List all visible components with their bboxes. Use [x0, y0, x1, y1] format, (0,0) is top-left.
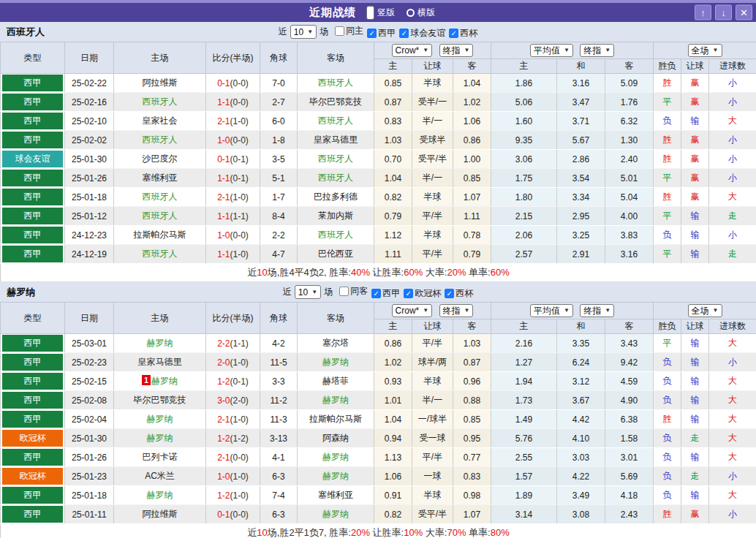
- home-team-name: 赫罗纳: [147, 414, 173, 424]
- match-date: 24-12-23: [65, 226, 114, 245]
- score-halftime: (1-0): [230, 116, 249, 126]
- bookmaker-select[interactable]: Crow*▼: [392, 44, 433, 57]
- home-team-name: 西班牙人: [143, 134, 178, 145]
- filter-checkbox[interactable]: 同客: [339, 285, 368, 298]
- table-row: 西甲 24-12-23 拉斯帕尔马斯 1-0(0-0) 2-2 西班牙人 1.1…: [1, 226, 756, 245]
- table-row: 西甲 25-02-15 1赫罗纳 1-2(0-1) 3-3 赫塔菲 0.93 半…: [1, 372, 756, 391]
- corner-score: 3-5: [260, 150, 298, 169]
- match-date: 25-01-30: [65, 429, 114, 448]
- odds-time-select[interactable]: 终指▼: [439, 304, 474, 317]
- avg-away: 3.01: [605, 448, 654, 467]
- team-name: 西班牙人: [7, 26, 45, 39]
- checkbox-checked-icon[interactable]: ✓: [399, 29, 409, 38]
- avg-draw: 4.22: [557, 467, 605, 486]
- col-header-score: 比分(半场): [206, 303, 260, 334]
- radio-unselected-icon[interactable]: [407, 9, 415, 17]
- average-time-select[interactable]: 终指▼: [580, 304, 614, 317]
- filter-checkbox[interactable]: ✓西甲: [371, 287, 400, 300]
- checkbox-checked-icon[interactable]: ✓: [404, 289, 413, 298]
- result-wdl: 胜: [654, 74, 681, 93]
- checkbox-checked-icon[interactable]: ✓: [445, 289, 454, 298]
- league-badge: 欧冠杯: [2, 430, 63, 447]
- sub-header-odds-handicap: 让球: [412, 319, 453, 334]
- filter-checkbox[interactable]: 同主: [335, 25, 363, 37]
- home-team: 赫罗纳: [114, 429, 206, 448]
- league-badge: 西甲: [2, 506, 63, 523]
- chevron-down-icon: ▼: [423, 48, 428, 53]
- title-bar: 近期战绩 竖版 横版 ↑ ↓ ✕: [0, 3, 756, 22]
- match-count-select[interactable]: 10▼: [295, 285, 321, 299]
- sub-header-result-wdl: 胜负: [654, 319, 681, 334]
- odds-away: 0.77: [453, 448, 491, 467]
- score-halftime: (0-0): [230, 509, 249, 520]
- filter-checkbox[interactable]: ✓西甲: [367, 27, 396, 39]
- checkbox-checked-icon[interactable]: ✓: [449, 29, 458, 38]
- match-date: 24-12-19: [65, 245, 114, 264]
- avg-away: 4.18: [605, 486, 654, 505]
- full-match-select[interactable]: 全场▼: [688, 304, 722, 317]
- checkbox-checked-icon[interactable]: ✓: [371, 289, 381, 298]
- home-team: 塞维利亚: [114, 169, 206, 188]
- match-date: 25-02-15: [65, 372, 114, 391]
- league-badge: 西甲: [2, 392, 63, 409]
- odds-handicap: 半球: [412, 372, 453, 391]
- average-select[interactable]: 平均值▼: [530, 304, 573, 317]
- table-row: 西甲 25-02-02 西班牙人 1-0(0-0) 1-8 皇家马德里 1.03…: [1, 131, 756, 150]
- home-team-name: 阿拉维斯: [143, 509, 178, 519]
- filter-checkbox[interactable]: ✓西杯: [449, 27, 477, 39]
- odds-time-select[interactable]: 终指▼: [439, 44, 474, 57]
- odds-handicap: 球半/两: [412, 353, 453, 372]
- average-select[interactable]: 平均值▼: [530, 44, 573, 57]
- move-up-button[interactable]: ↑: [695, 5, 711, 20]
- checkbox-checked-icon[interactable]: ✓: [367, 29, 377, 38]
- full-match-select[interactable]: 全场▼: [688, 44, 722, 57]
- summary-segment: 80%: [491, 527, 510, 538]
- score-halftime: (1-0): [230, 249, 249, 259]
- average-time-select[interactable]: 终指▼: [580, 44, 614, 57]
- radio-horizontal-layout[interactable]: 横版: [407, 7, 435, 19]
- avg-home: 1.75: [491, 169, 557, 188]
- result-goals: 大: [709, 391, 756, 410]
- avg-draw: 3.67: [557, 391, 605, 410]
- corner-score: 4-1: [260, 448, 298, 467]
- score-halftime: (1-0): [230, 192, 249, 202]
- sub-header-avg-away: 客: [605, 59, 654, 74]
- filter-checkbox[interactable]: ✓球会友谊: [399, 27, 445, 39]
- summary-segment: 10%: [404, 527, 423, 538]
- avg-away: 5.69: [605, 467, 654, 486]
- close-button[interactable]: ✕: [736, 5, 752, 20]
- results-table: 类型 日期 主场 比分(半场) 角球 客场 Crow*▼ 终指▼ 平均值▼ 终指…: [0, 302, 756, 538]
- result-goals: 小: [709, 93, 756, 112]
- away-team: 西班牙人: [298, 112, 374, 131]
- result-handicap: 走: [681, 467, 709, 486]
- avg-away: 4.00: [605, 207, 654, 226]
- avg-home: 2.06: [491, 226, 557, 245]
- match-count-select[interactable]: 10▼: [290, 25, 317, 39]
- score-fulltime: 0-1: [217, 154, 230, 164]
- checkbox-unchecked-icon[interactable]: [335, 26, 344, 36]
- score-fulltime: 1-0: [217, 135, 230, 145]
- corner-score: 1-7: [260, 188, 298, 207]
- chevron-down-icon: ▼: [423, 308, 428, 314]
- filter-checkbox[interactable]: ✓西杯: [445, 287, 473, 300]
- odds-away: 1.03: [453, 334, 491, 353]
- corner-score: 4-7: [260, 245, 298, 264]
- score-halftime: (1-1): [230, 338, 249, 349]
- score-halftime: (0-0): [230, 78, 249, 88]
- home-team: 西班牙人: [114, 131, 206, 150]
- corner-score: 8-4: [260, 207, 298, 226]
- odds-handicap: 平/半: [412, 334, 453, 353]
- away-team: 赫罗纳: [298, 467, 374, 486]
- sub-header-avg-draw: 和: [557, 319, 605, 334]
- radio-selected-icon[interactable]: [366, 6, 374, 20]
- odds-away: 1.02: [453, 93, 491, 112]
- filter-checkbox[interactable]: ✓欧冠杯: [404, 287, 441, 300]
- radio-vertical-layout[interactable]: 竖版: [366, 6, 395, 20]
- avg-draw: 3.47: [557, 93, 605, 112]
- checkbox-unchecked-icon[interactable]: [339, 287, 349, 296]
- bookmaker-select[interactable]: Crow*▼: [392, 304, 433, 317]
- avg-home: 1.57: [491, 467, 557, 486]
- home-team-name: 阿拉维斯: [143, 77, 178, 88]
- move-down-button[interactable]: ↓: [715, 5, 732, 20]
- avg-draw: 3.34: [557, 188, 605, 207]
